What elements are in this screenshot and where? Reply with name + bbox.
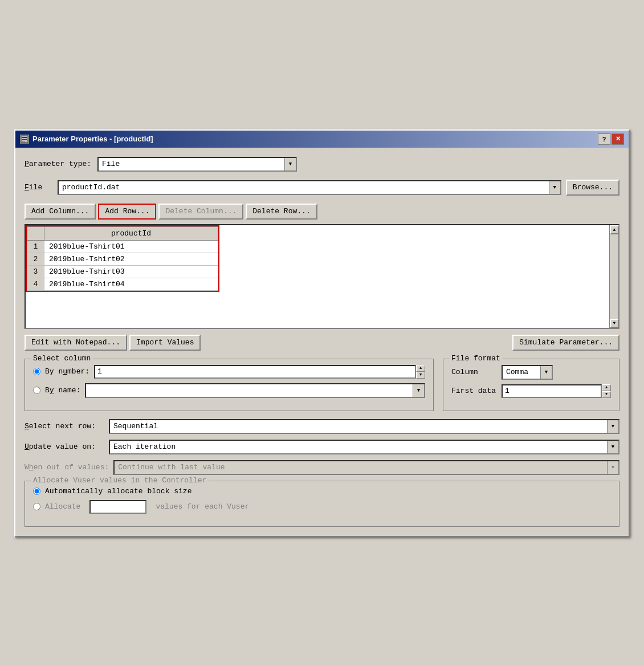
parameter-type-row: Parameter type: File ▼ — [25, 157, 619, 172]
import-values-button[interactable]: Import Values — [129, 335, 201, 351]
by-number-input[interactable] — [94, 365, 416, 379]
when-out-of-values-arrow[interactable]: ▼ — [607, 461, 618, 474]
table-row: 22019blue-Tshirt02 — [27, 253, 218, 265]
by-number-row: By number: ▲ ▼ — [33, 365, 425, 379]
parameter-type-arrow[interactable]: ▼ — [284, 158, 296, 170]
window-title: Parameter Properties - [productId] — [32, 135, 153, 143]
allocate-section: Allocate Vuser values in the Controller … — [25, 481, 619, 527]
product-id-cell[interactable]: 2019blue-Tshirt01 — [44, 240, 218, 253]
select-next-row-arrow[interactable]: ▼ — [607, 420, 618, 433]
when-out-of-values-label: When out of values: — [25, 463, 109, 472]
row-number-cell: 1 — [27, 240, 44, 253]
file-arrow[interactable]: ▼ — [549, 181, 560, 194]
row-number-cell: 2 — [27, 253, 44, 265]
svg-rect-1 — [22, 137, 27, 138]
product-id-cell[interactable]: 2019blue-Tshirt04 — [44, 278, 218, 290]
table-row: 42019blue-Tshirt04 — [27, 278, 218, 290]
toolbar-row: Add Column... Add Row... Delete Column..… — [25, 204, 619, 220]
add-column-button[interactable]: Add Column... — [25, 204, 96, 220]
by-name-label: By name: — [45, 386, 80, 395]
file-combo[interactable]: productId.dat ▼ — [58, 180, 561, 195]
edit-notepad-button[interactable]: Edit with Notepad... — [25, 335, 127, 351]
first-data-down[interactable]: ▼ — [602, 391, 611, 398]
allocate-input[interactable] — [89, 500, 146, 514]
add-row-button[interactable]: Add Row... — [98, 204, 156, 220]
first-data-row: First data ▲ ▼ — [451, 384, 611, 398]
allocate-radio[interactable] — [33, 503, 40, 510]
allocate-title: Allocate Vuser values in the Controller — [31, 476, 209, 485]
auto-allocate-row: Automatically allocate block size — [33, 487, 611, 496]
first-data-label: First data — [451, 387, 497, 395]
scrollbar-down-arrow[interactable]: ▼ — [610, 319, 619, 328]
simulate-button[interactable]: Simulate Parameter... — [512, 335, 619, 351]
file-format-title: File format — [449, 354, 503, 363]
row-num-header — [27, 226, 44, 240]
parameter-type-combo[interactable]: File ▼ — [97, 157, 297, 172]
when-out-of-values-value: Continue with last value — [115, 462, 607, 473]
column-format-arrow[interactable]: ▼ — [540, 366, 552, 379]
first-data-up[interactable]: ▲ — [602, 384, 611, 391]
by-number-down[interactable]: ▼ — [416, 372, 425, 379]
column-format-row: Column Comma ▼ — [451, 365, 611, 380]
update-value-on-value: Each iteration — [110, 441, 607, 452]
delete-column-button[interactable]: Delete Column... — [158, 204, 243, 220]
select-next-row-label: Select next row: — [25, 422, 104, 431]
product-id-header: productId — [44, 226, 218, 240]
auto-allocate-radio[interactable] — [33, 488, 40, 495]
two-col-groups: Select column By number: ▲ ▼ — [25, 359, 619, 411]
parameter-type-value: File — [99, 159, 284, 169]
row-number-cell: 4 — [27, 278, 44, 290]
update-value-on-combo[interactable]: Each iteration ▼ — [109, 440, 619, 454]
by-name-row: By name: ▼ — [33, 383, 425, 398]
allocate-row: Allocate values for each Vuser — [33, 500, 611, 514]
when-out-of-values-row: When out of values: Continue with last v… — [25, 460, 619, 475]
column-format-combo[interactable]: Comma ▼ — [502, 365, 553, 380]
by-name-value — [86, 389, 413, 392]
update-value-on-label: Update value on: — [25, 442, 104, 451]
parameter-type-label: Parameter type: — [25, 160, 93, 168]
title-buttons: ? ✕ — [598, 133, 624, 145]
browse-button[interactable]: Browse... — [566, 180, 619, 196]
by-name-combo[interactable]: ▼ — [85, 383, 425, 398]
table-row: 32019blue-Tshirt03 — [27, 265, 218, 278]
select-next-row-combo[interactable]: Sequential ▼ — [109, 419, 619, 434]
when-out-of-values-combo[interactable]: Continue with last value ▼ — [113, 460, 619, 475]
allocate-radio-label: Allocate — [45, 502, 80, 511]
main-window: Parameter Properties - [productId] ? ✕ P… — [14, 129, 630, 537]
data-table: productId 12019blue-Tshirt0122019blue-Ts… — [27, 226, 218, 291]
close-button[interactable]: ✕ — [612, 133, 624, 145]
row-number-cell: 3 — [27, 265, 44, 278]
first-data-input[interactable] — [502, 384, 602, 398]
file-value: productId.dat — [59, 182, 549, 193]
column-format-value: Comma — [503, 367, 540, 377]
by-number-radio[interactable] — [33, 368, 40, 375]
select-next-row-row: Select next row: Sequential ▼ — [25, 419, 619, 434]
file-format-group: File format Column Comma ▼ First data ▲ — [443, 359, 619, 411]
window-icon — [20, 135, 29, 144]
scrollbar-up-arrow[interactable]: ▲ — [610, 225, 619, 234]
product-id-cell[interactable]: 2019blue-Tshirt03 — [44, 265, 218, 278]
allocate-suffix: values for each Vuser — [156, 502, 249, 511]
file-row: File productId.dat ▼ Browse... — [25, 180, 619, 196]
select-next-row-value: Sequential — [110, 421, 607, 432]
by-name-arrow[interactable]: ▼ — [413, 384, 424, 397]
update-value-on-row: Update value on: Each iteration ▼ — [25, 440, 619, 454]
help-button[interactable]: ? — [598, 133, 610, 145]
title-bar: Parameter Properties - [productId] ? ✕ — [15, 131, 629, 148]
column-label: Column — [451, 368, 497, 376]
table-row: 12019blue-Tshirt01 — [27, 240, 218, 253]
by-name-radio[interactable] — [33, 387, 40, 394]
by-number-up[interactable]: ▲ — [416, 365, 425, 372]
file-label: File — [25, 183, 53, 192]
update-value-on-arrow[interactable]: ▼ — [607, 441, 618, 453]
delete-row-button[interactable]: Delete Row... — [246, 204, 317, 220]
auto-allocate-label: Automatically allocate block size — [45, 487, 191, 496]
svg-rect-2 — [22, 139, 27, 140]
select-column-group: Select column By number: ▲ ▼ — [25, 359, 434, 411]
svg-rect-3 — [22, 141, 25, 141]
product-id-cell[interactable]: 2019blue-Tshirt02 — [44, 253, 218, 265]
select-column-title: Select column — [31, 354, 93, 363]
by-number-label: By number: — [45, 367, 89, 376]
bottom-toolbar: Edit with Notepad... Import Values Simul… — [25, 335, 619, 351]
